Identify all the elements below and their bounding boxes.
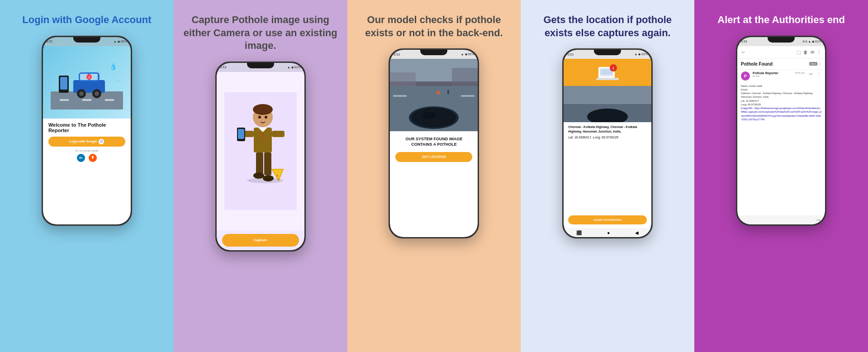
svg-rect-50 xyxy=(447,90,449,94)
social-icons-row: in 🎙 xyxy=(48,154,125,162)
google-login-button[interactable]: Login with Google G xyxy=(48,137,125,147)
email-delete-icon[interactable]: 🗑 xyxy=(803,50,808,55)
svg-rect-54 xyxy=(596,78,619,80)
reply-icon[interactable]: ↩ xyxy=(809,71,813,76)
panel-capture: Capture Pothole image using either Camer… xyxy=(174,0,347,352)
phone-4-location-info: Chennai - Kolkata Highway, Chennai - Kol… xyxy=(564,122,651,215)
email-mail-icon[interactable]: ✉ xyxy=(811,50,814,55)
email-body-address: Address: Chennai - Kolkata Highway, Chen… xyxy=(741,91,821,99)
phone-5: 8:54 A A ▲ ◆ 81% ← ⬚ 🗑 ✉ ⋮ Pothole Found xyxy=(736,36,826,226)
svg-rect-33 xyxy=(264,152,271,175)
email-body-imageurl: ImageURL: https://firebasestorage.google… xyxy=(741,106,821,121)
google-g-icon: G xyxy=(99,139,104,144)
svg-point-22 xyxy=(258,116,261,119)
svg-point-21 xyxy=(253,104,273,115)
phone-1: 8:52 ▲ ◆ 82% xyxy=(42,36,132,226)
panel-login: Login with Google Account 8:52 ▲ ◆ 82% xyxy=(0,0,174,352)
sender-info: Pothole Reporter to me xyxy=(753,71,792,77)
svg-rect-47 xyxy=(393,95,407,97)
welcome-text: Welcome to The Pothole Reporter xyxy=(48,122,125,133)
panel-5-title: Alert at the Authorities end xyxy=(717,14,845,27)
phone-3-screen: 8:53 ▲ ◆ 82% xyxy=(390,50,478,237)
panel-3-title: Our model checks if pothole exists or no… xyxy=(356,14,512,39)
svg-rect-48 xyxy=(461,95,474,97)
svg-rect-2 xyxy=(82,99,91,101)
phone-4-notch xyxy=(594,50,621,55)
panels-container: Login with Google Account 8:52 ▲ ◆ 82% xyxy=(0,0,868,352)
capture-button[interactable]: Capture xyxy=(222,234,299,247)
star-icon[interactable]: ☆ xyxy=(817,62,821,67)
email-archive-icon[interactable]: ⬚ xyxy=(797,50,801,55)
phone-2-notch xyxy=(247,63,274,68)
email-subject-row: Pothole Found Inbox ☆ xyxy=(737,59,825,70)
nav-circle-icon[interactable]: ● xyxy=(607,230,610,235)
phone-5-screen: 8:54 A A ▲ ◆ 81% ← ⬚ 🗑 ✉ ⋮ Pothole Found xyxy=(737,37,825,224)
phone-4-photo xyxy=(564,86,651,122)
panel-1-title: Login with Google Account xyxy=(22,14,151,27)
email-header: ← ⬚ 🗑 ✉ ⋮ xyxy=(737,46,825,59)
phone-4-lat-long: Lat: 16.6366417, Long: 80.9738105 xyxy=(568,135,647,140)
email-body: Name: snehit vaddi Email: Address: Chenn… xyxy=(737,82,825,215)
sender-to: to me xyxy=(753,75,792,77)
pothole-photo xyxy=(390,59,478,131)
road-photo-svg xyxy=(390,59,478,131)
podcast-icon[interactable]: 🎙 xyxy=(89,154,97,162)
phone-4-header: ! xyxy=(564,59,651,86)
svg-text:💧: 💧 xyxy=(109,63,118,71)
svg-point-11 xyxy=(95,91,99,96)
email-nav-bottom: → xyxy=(737,215,825,224)
status-time-1: 8:52 xyxy=(47,40,53,43)
phone-1-illustration: ! 💧 ✦ ✦ xyxy=(43,46,131,119)
svg-text:!: ! xyxy=(613,66,614,71)
inbox-badge: Inbox xyxy=(809,62,817,66)
svg-text:✦: ✦ xyxy=(116,78,120,83)
alert-authorities-button[interactable]: ALERT AUTHORITIES xyxy=(568,215,647,224)
panel-2-title: Capture Pothole image using either Camer… xyxy=(183,14,338,52)
email-back-arrow[interactable]: ← xyxy=(741,49,746,55)
capture-illustration-svg: ! xyxy=(224,92,297,210)
svg-rect-31 xyxy=(238,129,244,139)
phone-2: 8:53 ▲ ◆ 82% xyxy=(215,62,306,252)
email-body-name: Name: snehit vaddi xyxy=(741,84,821,88)
phone-4-location-text: Chennai - Kolkata Highway, Chennai - Kol… xyxy=(568,125,647,134)
email-more-icon[interactable]: ⋮ xyxy=(817,50,821,55)
email-body-lat: Lat: 16.6366417 xyxy=(741,99,821,103)
phone-1-screen: 8:52 ▲ ◆ 82% xyxy=(43,37,131,224)
svg-point-46 xyxy=(422,112,436,119)
svg-rect-15 xyxy=(60,77,67,90)
phone-4-nav: ⬛ ● ◀ xyxy=(564,228,651,237)
svg-point-38 xyxy=(247,178,283,183)
phone-3-notch xyxy=(420,50,447,55)
sender-name: Pothole Reporter xyxy=(753,71,792,75)
svg-text:✦: ✦ xyxy=(55,62,59,67)
phone-4: 8:53 ▲ ◆ 82% xyxy=(562,48,653,238)
svg-text:!: ! xyxy=(276,174,278,178)
email-forward-arrow[interactable]: → xyxy=(815,216,821,224)
phone-5-notch xyxy=(768,37,795,43)
result-text: OUR SYSTEM FOUND IMAGE CONTAINS A POTHOL… xyxy=(395,137,472,147)
login-illustration-svg: ! 💧 ✦ ✦ xyxy=(51,55,123,109)
model-result-area: OUR SYSTEM FOUND IMAGE CONTAINS A POTHOL… xyxy=(390,131,478,237)
phone-1-notch xyxy=(73,37,100,43)
nav-home-icon[interactable]: ⬛ xyxy=(576,230,582,235)
email-body-email: Email: xyxy=(741,88,821,91)
svg-rect-32 xyxy=(256,152,263,175)
phone-1-login-area: Welcome to The Pothole Reporter Login wi… xyxy=(43,119,131,224)
email-subject: Pothole Found xyxy=(741,62,807,67)
svg-text:!: ! xyxy=(89,76,90,80)
email-more-icon-2[interactable]: ⋮ xyxy=(817,71,821,76)
phone-4-content: 8:53 ▲ ◆ 82% xyxy=(564,50,651,237)
get-location-button[interactable]: GET LOCATION xyxy=(395,152,472,162)
phone-1-content: 8:52 ▲ ◆ 82% xyxy=(43,37,131,224)
email-timestamp: 8:54 pm xyxy=(795,71,805,74)
nav-back-icon[interactable]: ◀ xyxy=(635,230,639,235)
panel-alert: Alert at the Authorities end 8:54 A A ▲ … xyxy=(694,0,868,352)
svg-rect-29 xyxy=(272,131,285,137)
linkedin-icon[interactable]: in xyxy=(77,154,85,162)
phone-3-content: 8:53 ▲ ◆ 82% xyxy=(390,50,478,237)
phone-2-content: 8:53 ▲ ◆ 82% xyxy=(217,63,304,250)
sender-avatar: P xyxy=(741,71,750,81)
laptop-alert-svg: ! xyxy=(596,63,619,81)
svg-rect-1 xyxy=(60,99,69,101)
svg-point-34 xyxy=(253,172,264,179)
